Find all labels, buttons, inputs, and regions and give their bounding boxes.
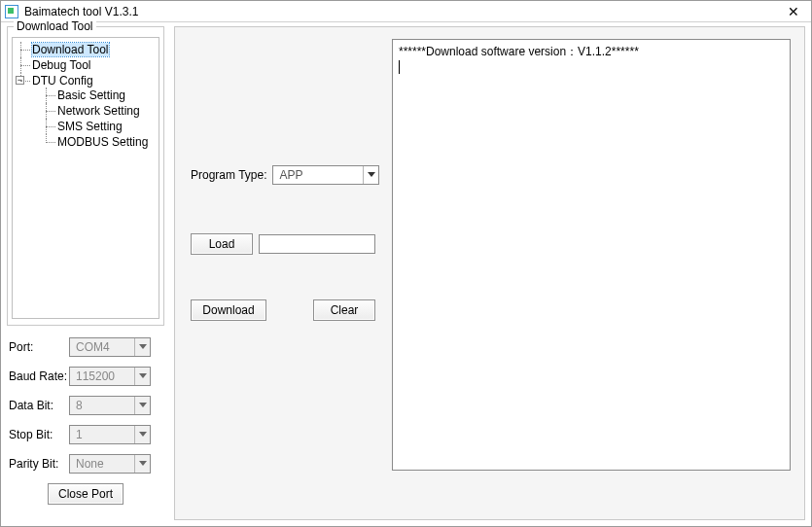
baud-label: Baud Rate: (9, 369, 69, 383)
main-panel: Program Type: APP Load Download Clear **… (174, 26, 805, 520)
log-output[interactable]: ******Download software version：V1.1.2**… (392, 39, 791, 471)
titlebar: Baimatech tool V1.3.1 ✕ (1, 1, 811, 22)
tree-expander-dtu-config[interactable]: − (16, 76, 24, 85)
port-select[interactable]: COM4 (69, 337, 151, 357)
chevron-down-icon (134, 455, 150, 473)
stopbit-value: 1 (76, 428, 83, 441)
log-text: ******Download software version：V1.1.2**… (399, 45, 639, 58)
program-type-value: APP (279, 168, 302, 182)
download-tool-groupbox: Download Tool Download Tool Debug Tool −… (7, 26, 164, 326)
baud-select[interactable]: 115200 (69, 367, 151, 386)
chevron-down-icon (134, 397, 150, 414)
parity-value: None (76, 457, 104, 471)
tree-item-basic-setting[interactable]: Basic Setting (57, 88, 125, 102)
chevron-down-icon (134, 338, 150, 356)
window-title: Baimatech tool V1.3.1 (24, 5, 138, 18)
tree-item-dtu-config[interactable]: DTU Config (32, 74, 93, 88)
parity-select[interactable]: None (69, 454, 151, 474)
databit-select[interactable]: 8 (69, 396, 151, 415)
port-value: COM4 (76, 340, 110, 354)
port-settings: Port: COM4 Baud Rate: 115200 Data Bit: 8… (7, 337, 164, 474)
parity-label: Parity Bit: (9, 457, 69, 471)
tree-item-modbus-setting[interactable]: MODBUS Setting (57, 135, 148, 149)
window-body: Download Tool Download Tool Debug Tool −… (1, 22, 811, 526)
load-button[interactable]: Load (191, 233, 253, 255)
download-button[interactable]: Download (191, 299, 266, 321)
chevron-down-icon (134, 426, 150, 443)
baud-value: 115200 (76, 369, 115, 383)
databit-label: Data Bit: (9, 399, 69, 412)
program-type-select[interactable]: APP (272, 165, 379, 185)
program-type-label: Program Type: (191, 168, 266, 182)
groupbox-legend: Download Tool (14, 19, 96, 33)
chevron-down-icon (363, 166, 378, 184)
close-port-button[interactable]: Close Port (48, 483, 124, 505)
clear-button[interactable]: Clear (313, 299, 375, 321)
load-row: Load (191, 233, 375, 255)
tree-item-download-tool[interactable]: Download Tool (32, 43, 109, 56)
app-window: Baimatech tool V1.3.1 ✕ Download Tool Do… (0, 0, 812, 527)
chevron-down-icon (134, 368, 150, 385)
databit-value: 8 (76, 399, 83, 412)
stopbit-label: Stop Bit: (9, 428, 69, 441)
tree-item-debug-tool[interactable]: Debug Tool (32, 58, 91, 72)
tree-item-sms-setting[interactable]: SMS Setting (57, 120, 123, 133)
action-row: Download Clear (191, 299, 375, 321)
close-port-row: Close Port (7, 483, 164, 505)
left-column: Download Tool Download Tool Debug Tool −… (7, 26, 164, 520)
nav-tree[interactable]: Download Tool Debug Tool − DTU Config Ba… (12, 37, 159, 319)
program-type-row: Program Type: APP (191, 165, 379, 185)
port-label: Port: (9, 340, 69, 354)
text-caret (399, 60, 400, 74)
app-icon (5, 5, 18, 18)
window-close-button[interactable]: ✕ (780, 1, 807, 22)
load-path-input[interactable] (259, 234, 375, 254)
stopbit-select[interactable]: 1 (69, 425, 151, 444)
tree-item-network-setting[interactable]: Network Setting (57, 104, 140, 118)
